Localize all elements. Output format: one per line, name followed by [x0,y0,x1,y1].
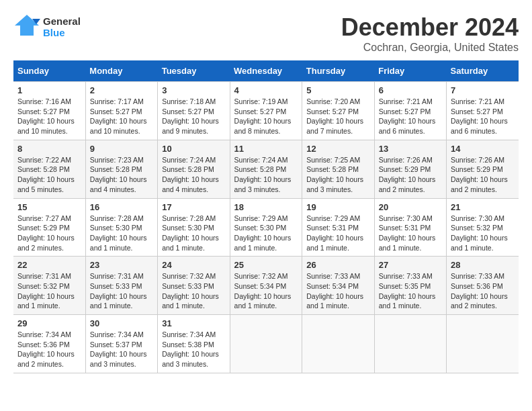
weekday-header: Sunday [13,60,85,82]
calendar-week-row: 29Sunrise: 7:34 AM Sunset: 5:36 PM Dayli… [13,315,519,373]
day-number: 16 [90,202,153,212]
day-info: Sunrise: 7:21 AM Sunset: 5:27 PM Dayligh… [451,97,515,136]
day-number: 26 [306,260,369,270]
day-info: Sunrise: 7:29 AM Sunset: 5:31 PM Dayligh… [306,214,369,253]
day-number: 11 [234,144,298,154]
calendar-day-cell [302,315,374,373]
logo-icon [13,13,40,40]
calendar-day-cell: 21Sunrise: 7:30 AM Sunset: 5:32 PM Dayli… [447,198,519,257]
day-info: Sunrise: 7:27 AM Sunset: 5:29 PM Dayligh… [17,214,81,253]
month-title: December 2024 [341,13,519,42]
day-info: Sunrise: 7:24 AM Sunset: 5:28 PM Dayligh… [162,155,225,195]
calendar-week-row: 22Sunrise: 7:31 AM Sunset: 5:32 PM Dayli… [13,257,519,315]
day-number: 23 [90,260,153,270]
day-info: Sunrise: 7:28 AM Sunset: 5:30 PM Dayligh… [162,214,225,253]
weekday-header: Monday [85,60,157,82]
calendar-day-cell: 9Sunrise: 7:23 AM Sunset: 5:28 PM Daylig… [85,140,157,198]
location-title: Cochran, Georgia, United States [341,42,519,54]
calendar-day-cell [374,315,446,373]
day-info: Sunrise: 7:30 AM Sunset: 5:31 PM Dayligh… [379,214,442,253]
day-info: Sunrise: 7:17 AM Sunset: 5:27 PM Dayligh… [90,97,153,136]
day-number: 30 [90,318,153,328]
day-info: Sunrise: 7:19 AM Sunset: 5:27 PM Dayligh… [234,97,298,136]
day-info: Sunrise: 7:20 AM Sunset: 5:27 PM Dayligh… [306,97,369,136]
logo-text: General Blue [43,15,81,38]
calendar-day-cell: 8Sunrise: 7:22 AM Sunset: 5:28 PM Daylig… [13,140,85,198]
calendar-day-cell: 25Sunrise: 7:32 AM Sunset: 5:34 PM Dayli… [230,257,302,315]
day-number: 20 [379,202,442,212]
calendar-day-cell: 31Sunrise: 7:34 AM Sunset: 5:38 PM Dayli… [158,315,230,373]
calendar-week-row: 8Sunrise: 7:22 AM Sunset: 5:28 PM Daylig… [13,140,519,198]
calendar-week-row: 1Sunrise: 7:16 AM Sunset: 5:27 PM Daylig… [13,82,519,140]
calendar-day-cell: 15Sunrise: 7:27 AM Sunset: 5:29 PM Dayli… [13,198,85,257]
day-number: 4 [234,85,298,95]
day-number: 31 [162,318,225,328]
calendar-day-cell: 4Sunrise: 7:19 AM Sunset: 5:27 PM Daylig… [230,82,302,140]
calendar-day-cell: 3Sunrise: 7:18 AM Sunset: 5:27 PM Daylig… [158,82,230,140]
day-number: 1 [17,85,81,95]
day-number: 29 [17,318,81,328]
day-info: Sunrise: 7:16 AM Sunset: 5:27 PM Dayligh… [17,97,81,136]
day-info: Sunrise: 7:34 AM Sunset: 5:36 PM Dayligh… [17,330,81,369]
day-info: Sunrise: 7:31 AM Sunset: 5:32 PM Dayligh… [17,271,81,311]
calendar-day-cell: 2Sunrise: 7:17 AM Sunset: 5:27 PM Daylig… [85,82,157,140]
calendar-day-cell: 18Sunrise: 7:29 AM Sunset: 5:30 PM Dayli… [230,198,302,257]
day-info: Sunrise: 7:24 AM Sunset: 5:28 PM Dayligh… [234,155,298,195]
title-block: December 2024 Cochran, Georgia, United S… [341,13,519,54]
calendar-header-row: SundayMondayTuesdayWednesdayThursdayFrid… [13,60,519,82]
weekday-header: Saturday [447,60,519,82]
calendar-day-cell: 13Sunrise: 7:26 AM Sunset: 5:29 PM Dayli… [374,140,446,198]
day-number: 6 [379,85,442,95]
day-number: 14 [451,144,515,154]
calendar-day-cell: 6Sunrise: 7:21 AM Sunset: 5:27 PM Daylig… [374,82,446,140]
logo: General Blue [13,13,81,40]
day-number: 25 [234,260,298,270]
day-info: Sunrise: 7:34 AM Sunset: 5:38 PM Dayligh… [162,330,225,369]
day-number: 17 [162,202,225,212]
calendar-day-cell: 1Sunrise: 7:16 AM Sunset: 5:27 PM Daylig… [13,82,85,140]
day-info: Sunrise: 7:31 AM Sunset: 5:33 PM Dayligh… [90,271,153,311]
day-info: Sunrise: 7:34 AM Sunset: 5:37 PM Dayligh… [90,330,153,369]
day-info: Sunrise: 7:22 AM Sunset: 5:28 PM Dayligh… [17,155,81,195]
calendar-week-row: 15Sunrise: 7:27 AM Sunset: 5:29 PM Dayli… [13,198,519,257]
day-info: Sunrise: 7:21 AM Sunset: 5:27 PM Dayligh… [379,97,442,136]
day-number: 7 [451,85,515,95]
calendar-day-cell [447,315,519,373]
day-info: Sunrise: 7:33 AM Sunset: 5:35 PM Dayligh… [379,271,442,311]
day-number: 27 [379,260,442,270]
day-info: Sunrise: 7:18 AM Sunset: 5:27 PM Dayligh… [162,97,225,136]
day-number: 15 [17,202,81,212]
day-number: 9 [90,144,153,154]
day-number: 13 [379,144,442,154]
day-number: 5 [306,85,369,95]
calendar-day-cell: 17Sunrise: 7:28 AM Sunset: 5:30 PM Dayli… [158,198,230,257]
calendar-day-cell: 27Sunrise: 7:33 AM Sunset: 5:35 PM Dayli… [374,257,446,315]
calendar-day-cell [230,315,302,373]
day-info: Sunrise: 7:25 AM Sunset: 5:28 PM Dayligh… [306,155,369,195]
calendar-day-cell: 20Sunrise: 7:30 AM Sunset: 5:31 PM Dayli… [374,198,446,257]
day-info: Sunrise: 7:26 AM Sunset: 5:29 PM Dayligh… [379,155,442,195]
calendar-day-cell: 28Sunrise: 7:33 AM Sunset: 5:36 PM Dayli… [447,257,519,315]
calendar-day-cell: 29Sunrise: 7:34 AM Sunset: 5:36 PM Dayli… [13,315,85,373]
page-header: General Blue December 2024 Cochran, Geor… [13,13,519,54]
calendar-day-cell: 30Sunrise: 7:34 AM Sunset: 5:37 PM Dayli… [85,315,157,373]
day-number: 28 [451,260,515,270]
calendar-day-cell: 11Sunrise: 7:24 AM Sunset: 5:28 PM Dayli… [230,140,302,198]
day-number: 3 [162,85,225,95]
weekday-header: Thursday [302,60,374,82]
day-info: Sunrise: 7:30 AM Sunset: 5:32 PM Dayligh… [451,214,515,253]
calendar-table: SundayMondayTuesdayWednesdayThursdayFrid… [13,60,519,373]
calendar-day-cell: 19Sunrise: 7:29 AM Sunset: 5:31 PM Dayli… [302,198,374,257]
weekday-header: Wednesday [230,60,302,82]
weekday-header: Friday [374,60,446,82]
day-info: Sunrise: 7:29 AM Sunset: 5:30 PM Dayligh… [234,214,298,253]
day-number: 19 [306,202,369,212]
day-number: 10 [162,144,225,154]
day-info: Sunrise: 7:33 AM Sunset: 5:34 PM Dayligh… [306,271,369,311]
day-number: 2 [90,85,153,95]
calendar-day-cell: 5Sunrise: 7:20 AM Sunset: 5:27 PM Daylig… [302,82,374,140]
calendar-day-cell: 26Sunrise: 7:33 AM Sunset: 5:34 PM Dayli… [302,257,374,315]
day-info: Sunrise: 7:23 AM Sunset: 5:28 PM Dayligh… [90,155,153,195]
day-number: 22 [17,260,81,270]
calendar-day-cell: 7Sunrise: 7:21 AM Sunset: 5:27 PM Daylig… [447,82,519,140]
